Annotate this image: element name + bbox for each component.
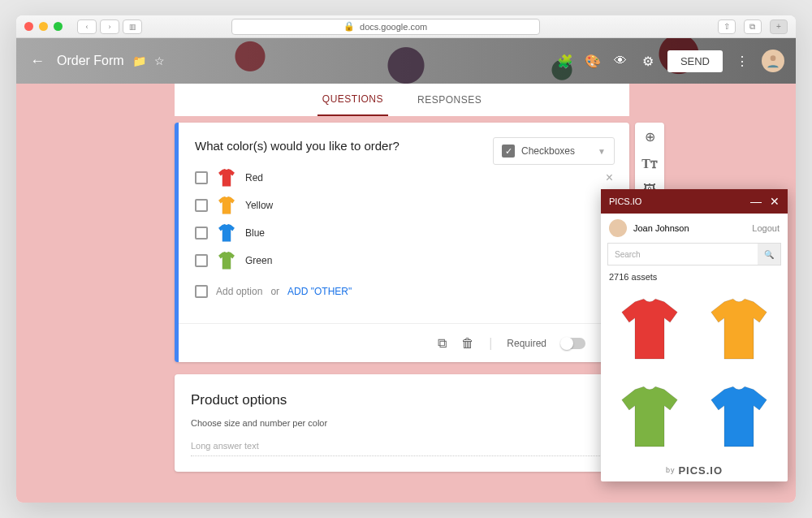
minimize-dot[interactable]	[39, 22, 48, 31]
more-icon[interactable]: ⋮	[734, 53, 750, 69]
remove-option-icon[interactable]: ×	[606, 171, 613, 185]
panel-brand: PICS.IO	[609, 196, 641, 206]
footer-brand: PICS.IO	[678, 464, 723, 477]
add-question-icon[interactable]: ⊕	[645, 129, 655, 145]
section-title[interactable]: Product options	[191, 392, 613, 408]
footer-prefix: by	[666, 466, 676, 474]
asset-grid	[601, 288, 788, 459]
browser-window: ‹ › ▥ 🔒 docs.google.com ⇧ ⧉ + ← Order Fo…	[16, 15, 796, 503]
panel-header: PICS.IO — ✕	[601, 189, 788, 214]
sidebar-button[interactable]: ▥	[123, 19, 142, 34]
option-row: Yellow	[195, 192, 613, 219]
asset-thumbnail[interactable]	[697, 376, 781, 459]
long-answer-placeholder: Long answer text	[191, 441, 613, 456]
add-option-row: Add option or ADD "OTHER"	[195, 278, 613, 305]
content-area: QUESTIONS RESPONSES What color(s) would …	[16, 84, 796, 503]
chevron-down-icon: ▼	[598, 147, 606, 156]
asset-count: 2716 assets	[601, 265, 788, 288]
panel-user-row: Joan Johnson Logout	[601, 214, 788, 243]
option-label[interactable]: Yellow	[245, 200, 273, 211]
back-button[interactable]: ‹	[77, 19, 97, 34]
search-icon[interactable]: 🔍	[758, 244, 780, 265]
maximize-dot[interactable]	[54, 22, 63, 31]
url-bar[interactable]: 🔒 docs.google.com	[231, 19, 540, 35]
checkbox[interactable]	[195, 199, 208, 212]
option-row: Green	[195, 247, 613, 274]
question-type-label: Checkboxes	[521, 145, 575, 157]
window-controls	[24, 22, 63, 31]
question-card: What color(s) would you like to order? ✓…	[175, 123, 629, 362]
trash-icon[interactable]: 🗑	[461, 336, 474, 351]
svg-point-0	[771, 55, 776, 61]
preview-icon[interactable]: 👁	[612, 53, 628, 69]
close-dot[interactable]	[24, 22, 33, 31]
asset-thumbnail[interactable]	[607, 376, 692, 459]
app-header: ← Order Form 📁 ☆ 🧩 🎨 👁 ⚙ SEND ⋮	[16, 38, 796, 84]
option-label[interactable]: Blue	[245, 227, 265, 239]
asset-thumbnail[interactable]	[607, 288, 692, 371]
option-row: Blue	[195, 219, 613, 247]
newtab-icon[interactable]: +	[770, 19, 788, 34]
option-label[interactable]: Red	[245, 172, 263, 183]
lock-icon: 🔒	[343, 21, 355, 32]
question-type-dropdown[interactable]: ✓ Checkboxes ▼	[493, 137, 615, 165]
panel-username: Joan Johnson	[633, 223, 689, 233]
required-toggle[interactable]	[561, 338, 585, 349]
required-label: Required	[507, 338, 546, 349]
section-description[interactable]: Choose size and number per color	[191, 418, 613, 428]
option-row: Red ×	[195, 164, 613, 192]
tab-responses[interactable]: RESPONSES	[412, 84, 486, 115]
gear-icon[interactable]: ⚙	[640, 53, 656, 69]
logout-link[interactable]: Logout	[752, 223, 780, 233]
add-title-icon[interactable]: Tᴛ	[641, 156, 658, 171]
tshirt-icon[interactable]	[216, 167, 237, 188]
checkbox-icon: ✓	[502, 145, 515, 158]
titlebar: ‹ › ▥ 🔒 docs.google.com ⇧ ⧉ +	[16, 15, 796, 38]
checkbox-placeholder	[195, 285, 208, 298]
tshirt-icon[interactable]	[216, 195, 237, 216]
share-icon[interactable]: ⇧	[718, 19, 736, 34]
tab-questions[interactable]: QUESTIONS	[317, 84, 388, 116]
panel-footer: by PICS.IO	[601, 459, 788, 481]
tshirt-icon[interactable]	[216, 250, 237, 271]
panel-search: Search 🔍	[607, 243, 781, 265]
document-title[interactable]: Order Form	[57, 54, 124, 68]
close-icon[interactable]: ✕	[770, 195, 780, 208]
picsio-panel: PICS.IO — ✕ Joan Johnson Logout Search 🔍…	[601, 189, 788, 481]
form-tabs: QUESTIONS RESPONSES	[175, 84, 629, 116]
question-footer: ⧉ 🗑 | Required ⋮	[179, 323, 629, 362]
tabs-icon[interactable]: ⧉	[744, 19, 762, 34]
tshirt-icon[interactable]	[216, 222, 237, 244]
add-option-text[interactable]: Add option	[216, 286, 262, 297]
asset-thumbnail[interactable]	[697, 288, 781, 371]
checkbox[interactable]	[195, 227, 208, 240]
checkbox[interactable]	[195, 254, 208, 267]
send-button[interactable]: SEND	[667, 50, 723, 72]
addon-icon[interactable]: 🧩	[557, 53, 573, 69]
minimize-icon[interactable]: —	[750, 195, 762, 208]
checkbox[interactable]	[195, 171, 208, 184]
search-input[interactable]: Search	[608, 250, 758, 259]
option-label[interactable]: Green	[245, 255, 272, 266]
forward-button[interactable]: ›	[100, 19, 119, 34]
palette-icon[interactable]: 🎨	[585, 53, 601, 69]
avatar[interactable]	[762, 50, 784, 72]
back-arrow-icon[interactable]: ←	[28, 51, 47, 71]
url-text: docs.google.com	[360, 22, 427, 32]
panel-avatar	[609, 219, 627, 237]
or-text: or	[270, 286, 279, 297]
duplicate-icon[interactable]: ⧉	[438, 336, 447, 351]
section-card: Product options Choose size and number p…	[175, 374, 629, 472]
add-other-link[interactable]: ADD "OTHER"	[287, 286, 352, 297]
